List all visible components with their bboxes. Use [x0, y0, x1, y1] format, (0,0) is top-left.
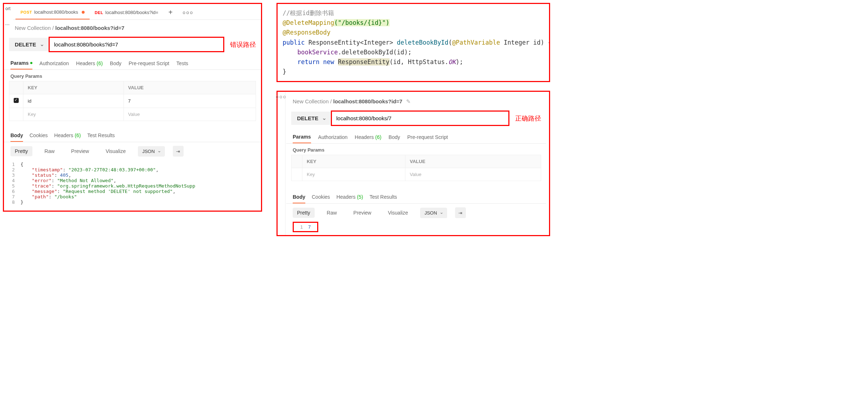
response-tabs: Body Cookies Headers (6) Test Results — [4, 127, 261, 142]
resp-tab-cookies[interactable]: Cookies — [312, 191, 330, 203]
code-comment: //根据id删除书籍 — [283, 9, 334, 17]
tab-pre-request[interactable]: Pre-request Script — [129, 57, 169, 69]
table-row-new[interactable]: Key Value — [292, 168, 541, 181]
tab-title: localhost:8080/books — [34, 9, 78, 15]
code-text: "trace": "org.springframework.web.HttpRe… — [21, 183, 195, 189]
tab-add-icon[interactable]: + — [163, 8, 178, 17]
tab-headers[interactable]: Headers (6) — [76, 57, 103, 69]
tab-pre-request[interactable]: Pre-request Script — [407, 131, 448, 143]
side-more[interactable]: ◦◦◦ — [4, 20, 11, 29]
tab-headers[interactable]: Headers (6) — [355, 131, 381, 143]
col-key: KEY — [302, 155, 405, 168]
breadcrumb: New Collection / localhost:8080/books?id… — [8, 20, 261, 35]
code-line: 2 "timestamp": "2023-07-27T02:48:03.397+… — [10, 167, 255, 172]
view-visualize[interactable]: Visualize — [101, 146, 130, 156]
tab-authorization[interactable]: Authorization — [318, 131, 348, 143]
tab-authorization[interactable]: Authorization — [40, 57, 69, 69]
crumb-collection[interactable]: New Collection — [293, 98, 329, 104]
unsaved-dot-icon — [82, 11, 85, 14]
param-key-placeholder[interactable]: Key — [23, 108, 124, 121]
crumb-sep: / — [52, 25, 55, 31]
crumb-current: localhost:8080/books?id=7 — [333, 98, 402, 104]
view-pretty[interactable]: Pretty — [293, 208, 315, 218]
resp-tab-body[interactable]: Body — [293, 191, 305, 203]
tab-post-books[interactable]: POST localhost:8080/books — [15, 5, 90, 19]
view-raw[interactable]: Raw — [323, 208, 341, 218]
code-text: "timestamp": "2023-07-27T02:48:03.397+00… — [21, 167, 159, 172]
view-raw[interactable]: Raw — [40, 146, 59, 156]
view-visualize[interactable]: Visualize — [383, 208, 412, 218]
code-text: { — [21, 162, 23, 167]
code-line: 8} — [10, 199, 255, 205]
table-row-new[interactable]: Key Value — [9, 108, 256, 121]
line-number: 3 — [10, 172, 21, 178]
response-value: 7 — [308, 224, 311, 230]
resp-tab-headers[interactable]: Headers (5) — [337, 191, 363, 203]
code-text: } — [21, 199, 23, 205]
response-tabs: Body Cookies Headers (5) Test Results — [286, 189, 546, 204]
line-number: 7 — [10, 194, 21, 199]
side-import[interactable]: ort — [4, 4, 12, 13]
code-text: "path": "/books" — [21, 194, 77, 199]
param-value[interactable]: 7 — [123, 94, 256, 108]
crumb-collection[interactable]: New Collection — [15, 25, 51, 31]
param-key-placeholder[interactable]: Key — [302, 168, 405, 181]
url-input[interactable] — [49, 37, 224, 52]
crumb-sep: / — [330, 98, 333, 104]
annotation-wrong-path: 错误路径 — [230, 40, 256, 49]
query-params-title: Query Params — [4, 70, 261, 81]
col-value: VALUE — [123, 81, 256, 94]
format-select[interactable]: JSON — [138, 146, 165, 157]
response-body[interactable]: 1{2 "timestamp": "2023-07-27T02:48:03.39… — [4, 160, 261, 206]
left-strip-more-icon[interactable]: ooo — [278, 92, 285, 235]
method-select[interactable]: DELETE — [291, 112, 331, 125]
tab-del-books[interactable]: DEL localhost:8080/books?id= — [90, 5, 163, 19]
annotation-correct-path: 正确路径 — [515, 114, 541, 123]
wrap-lines-icon[interactable]: ⇥ — [173, 146, 184, 157]
crumb-current: localhost:8080/books?id=7 — [55, 25, 125, 31]
query-params-table: KEY VALUE id 7 Key Value — [9, 81, 256, 121]
tab-params[interactable]: Params — [10, 57, 32, 69]
resp-tab-test-results[interactable]: Test Results — [370, 191, 397, 203]
request-tabs-bar: POST localhost:8080/books DEL localhost:… — [13, 5, 261, 20]
line-number: 4 — [10, 178, 21, 183]
view-preview[interactable]: Preview — [349, 208, 376, 218]
code-text: "message": "Request method 'DELETE' not … — [21, 189, 176, 194]
checkbox-icon[interactable] — [14, 98, 19, 103]
postman-left-panel: ort ◦◦◦ POST localhost:8080/books DEL lo… — [3, 3, 262, 212]
table-row[interactable]: id 7 — [9, 94, 256, 108]
query-params-table: KEY VALUE Key Value — [291, 155, 541, 181]
tab-title: localhost:8080/books?id= — [105, 10, 158, 15]
view-pretty[interactable]: Pretty — [10, 146, 32, 156]
resp-tab-headers[interactable]: Headers (6) — [54, 130, 81, 142]
method-select[interactable]: DELETE — [9, 38, 49, 51]
tab-params[interactable]: Params — [293, 131, 311, 143]
format-select[interactable]: JSON — [420, 208, 447, 218]
tab-overflow-icon[interactable]: ooo — [177, 10, 199, 15]
request-subtabs: Params Authorization Headers (6) Body Pr… — [4, 54, 261, 70]
resp-tab-test-results[interactable]: Test Results — [87, 130, 115, 142]
code-line: 4 "error": "Method Not Allowed", — [10, 178, 255, 183]
url-row: DELETE 正确路径 — [291, 111, 541, 126]
tab-tests[interactable]: Tests — [176, 57, 188, 69]
param-key[interactable]: id — [23, 94, 124, 108]
table-header-row: KEY VALUE — [9, 81, 256, 94]
tab-body[interactable]: Body — [388, 131, 400, 143]
url-row: DELETE 错误路径 — [9, 37, 256, 52]
col-value: VALUE — [405, 155, 541, 168]
param-value-placeholder[interactable]: Value — [405, 168, 541, 181]
request-subtabs: Params Authorization Headers (6) Body Pr… — [286, 128, 546, 144]
tab-method: DEL — [95, 10, 103, 15]
resp-tab-body[interactable]: Body — [10, 130, 23, 142]
tab-body[interactable]: Body — [110, 57, 121, 69]
line-number: 8 — [10, 199, 21, 205]
breadcrumb: New Collection / localhost:8080/books?id… — [286, 93, 546, 108]
param-value-placeholder[interactable]: Value — [123, 108, 256, 121]
edit-icon[interactable]: ✎ — [406, 98, 411, 104]
url-input[interactable] — [331, 111, 509, 126]
wrap-lines-icon[interactable]: ⇥ — [455, 207, 466, 218]
view-preview[interactable]: Preview — [67, 146, 94, 156]
code-text: "status": 405, — [21, 172, 71, 178]
response-body[interactable]: 17 — [293, 222, 318, 232]
resp-tab-cookies[interactable]: Cookies — [30, 130, 48, 142]
